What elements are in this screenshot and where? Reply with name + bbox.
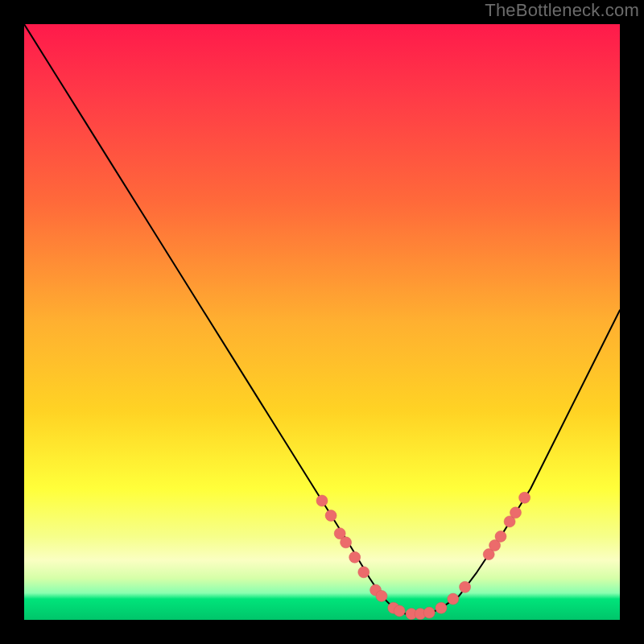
gradient-background bbox=[24, 24, 620, 620]
data-dot bbox=[341, 537, 352, 548]
plot-area bbox=[24, 24, 620, 620]
data-dot bbox=[316, 495, 328, 506]
data-dot bbox=[394, 605, 405, 617]
data-dot bbox=[519, 492, 530, 503]
data-dot bbox=[423, 607, 435, 618]
chart-svg bbox=[24, 24, 620, 620]
data-dot bbox=[325, 510, 336, 522]
data-dot bbox=[358, 567, 369, 578]
data-dot bbox=[349, 551, 361, 563]
data-dot bbox=[436, 602, 447, 613]
watermark-text: TheBottleneck.com bbox=[485, 0, 639, 21]
data-dot bbox=[510, 507, 522, 518]
data-dot bbox=[448, 593, 459, 605]
data-dot bbox=[376, 590, 387, 601]
chart-frame: TheBottleneck.com bbox=[0, 0, 644, 644]
data-dot bbox=[460, 581, 471, 592]
data-dot bbox=[495, 530, 506, 542]
